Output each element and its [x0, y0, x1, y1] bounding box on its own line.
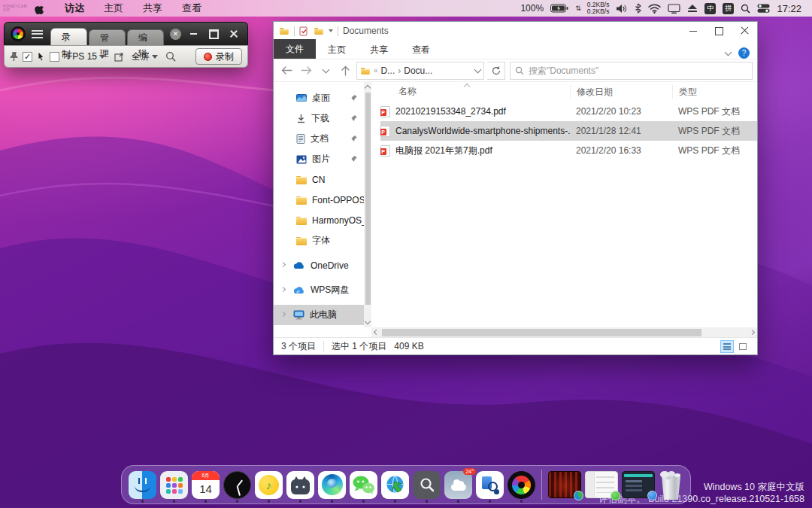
forward-button[interactable] [298, 62, 314, 79]
dock-item-document-finder[interactable] [476, 471, 504, 499]
recorder-menu-icon[interactable] [32, 30, 43, 38]
recorder-tab-record[interactable]: 录制 [50, 28, 87, 45]
menu-bar-clock[interactable]: 17:22 [777, 3, 801, 14]
scroll-up-icon[interactable] [365, 85, 371, 91]
sidebar-item-documents[interactable]: 文档 [274, 129, 364, 149]
explorer-close-button[interactable] [732, 22, 757, 40]
breadcrumb[interactable]: « D... › Docu... [356, 62, 484, 80]
sidebar-item-onedrive[interactable]: OneDrive [274, 255, 364, 275]
scroll-right-icon[interactable] [750, 330, 755, 335]
dock-item-color-wheel[interactable] [508, 471, 535, 499]
recorder-minimize-button[interactable] [186, 29, 201, 40]
dock-minimized-dark-window[interactable] [622, 471, 655, 498]
ribbon-tab-view[interactable]: 查看 [400, 41, 442, 59]
input-method-cn-icon[interactable]: 中 [704, 3, 716, 14]
dock-minimized-poster-window[interactable] [548, 471, 581, 498]
expand-chevron-icon[interactable] [280, 312, 286, 317]
dock-item-calendar[interactable]: 6月 14 [192, 471, 220, 499]
magnifier-icon[interactable] [165, 51, 176, 62]
dock-item-search-app[interactable] [413, 471, 441, 499]
sidebar-item-wps-cloud[interactable]: WPS网盘 [274, 280, 364, 300]
wifi-icon[interactable] [648, 4, 661, 14]
sidebar-item-desktop[interactable]: 桌面 [274, 88, 364, 108]
recorder-tab-manage[interactable]: 管理 [89, 29, 126, 45]
back-button[interactable] [278, 62, 295, 79]
dock-item-qq-music[interactable]: ♪ [255, 471, 283, 499]
menu-view[interactable]: 查看 [172, 0, 211, 17]
column-header-type[interactable]: 类型 [672, 85, 757, 99]
ribbon-tab-home[interactable]: 主页 [316, 41, 358, 59]
apple-menu-icon[interactable] [35, 3, 44, 14]
explorer-titlebar[interactable]: Documents [274, 22, 757, 40]
recorder-close-button[interactable] [226, 29, 241, 40]
breadcrumb-collapsed[interactable]: « [374, 66, 378, 75]
sidebar-item-cn[interactable]: CN [274, 169, 364, 190]
new-folder-icon[interactable] [314, 28, 323, 35]
eject-icon[interactable] [687, 4, 698, 13]
breadcrumb-drive[interactable]: D... [381, 65, 395, 76]
up-button[interactable] [337, 62, 353, 79]
recent-locations-dropdown-icon[interactable] [317, 62, 334, 79]
dock-item-weather[interactable]: 24° [444, 471, 472, 499]
sidebar-item-fonts[interactable]: 字体 [274, 230, 364, 251]
record-button[interactable]: 录制 [195, 48, 242, 65]
sidebar-item-downloads[interactable]: 下载 [274, 108, 364, 129]
cursor-checkbox[interactable] [50, 52, 59, 62]
column-header-name[interactable]: 名称 [398, 85, 570, 98]
screen-mirroring-icon[interactable] [668, 4, 680, 14]
dock-minimized-chat-window[interactable] [585, 471, 618, 498]
ribbon-tab-share[interactable]: 共享 [358, 41, 400, 59]
dock-item-edge[interactable] [318, 471, 346, 499]
recorder-tab-close-icon[interactable]: ✕ [170, 29, 181, 40]
details-view-button[interactable] [720, 340, 734, 353]
ribbon-collapse-icon[interactable] [725, 48, 732, 56]
quick-access-dropdown-icon[interactable] [329, 29, 333, 32]
refresh-button[interactable] [487, 62, 505, 80]
sidebar-scrollbar[interactable] [364, 82, 371, 327]
explorer-maximize-button[interactable] [706, 22, 732, 40]
network-speed[interactable]: 0.2KB/s 0.2KB/s [587, 2, 610, 15]
column-header-date[interactable]: 修改日期 [570, 85, 672, 99]
sidebar-item-this-pc[interactable]: 此电脑 [274, 305, 364, 325]
dock-item-wechat[interactable] [350, 471, 377, 499]
menu-home[interactable]: 主页 [94, 0, 133, 17]
search-box[interactable] [510, 62, 753, 80]
dock-item-trash[interactable] [659, 470, 683, 500]
recorder-titlebar[interactable]: 录制 管理 编辑 ✕ [4, 22, 248, 45]
file-row[interactable]: P 20210219153348_2734.pdf 2021/2/20 10:2… [380, 102, 757, 121]
scroll-down-icon[interactable] [365, 318, 371, 324]
large-icons-view-button[interactable] [736, 340, 750, 353]
scrollbar-thumb[interactable] [365, 93, 371, 305]
address-dropdown-icon[interactable] [474, 66, 482, 74]
recorder-maximize-button[interactable] [206, 29, 221, 40]
fullscreen-dropdown[interactable]: 全屏 [132, 50, 158, 63]
bluetooth-icon[interactable] [635, 3, 641, 14]
explorer-minimize-button[interactable] [680, 22, 706, 40]
search-input[interactable] [529, 65, 747, 76]
fps-dropdown[interactable]: FPS 15 [67, 51, 105, 62]
scrollbar-thumb[interactable] [382, 329, 701, 336]
recorder-tab-edit[interactable]: 编辑 [127, 29, 164, 45]
dock-item-launchpad[interactable] [160, 471, 188, 499]
sidebar-item-font-opposans[interactable]: Font-OPPOSar [274, 190, 364, 210]
volume-icon[interactable] [616, 4, 628, 14]
dock-item-idm[interactable] [381, 471, 409, 499]
input-method-pinyin-icon[interactable]: 拼 [723, 3, 734, 14]
dock-item-clock[interactable] [223, 471, 251, 499]
control-center-icon[interactable] [757, 4, 770, 13]
sidebar-item-pictures[interactable]: 图片 [274, 149, 364, 169]
dock-item-finder[interactable] [129, 471, 156, 499]
dock-item-cat-app[interactable] [286, 471, 314, 499]
scroll-left-icon[interactable] [374, 330, 379, 335]
file-row-selected[interactable]: P CanalysWorldwide-smartphone-shipments-… [380, 121, 757, 141]
help-icon[interactable]: ? [738, 47, 750, 59]
network-arrows-icon[interactable]: ⇅ [575, 5, 580, 12]
file-row[interactable]: P 电脑报 2021年第7期.pdf 2021/2/20 16:33 WPS P… [380, 141, 757, 160]
spotlight-search-icon[interactable] [741, 4, 750, 14]
properties-icon[interactable] [299, 26, 309, 36]
menu-share[interactable]: 共享 [133, 0, 172, 17]
battery-icon[interactable] [550, 4, 568, 13]
expand-chevron-icon[interactable] [280, 262, 286, 267]
pin-checkbox[interactable]: ✓ [23, 52, 32, 62]
sidebar-item-harmonyos[interactable]: HarmonyOS_Sa [274, 210, 364, 230]
